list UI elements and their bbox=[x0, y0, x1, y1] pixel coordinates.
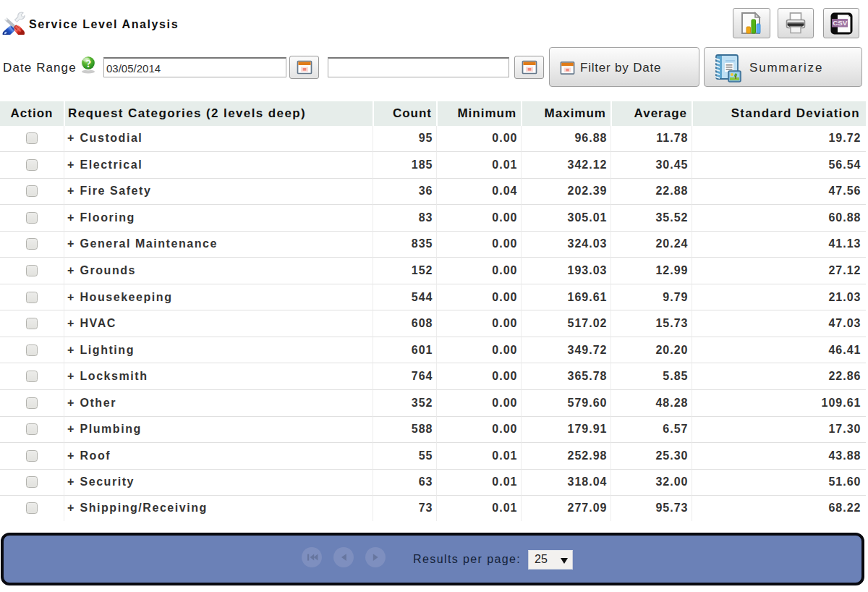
svg-text:?: ? bbox=[86, 58, 92, 69]
svg-text:CSV: CSV bbox=[833, 19, 848, 27]
